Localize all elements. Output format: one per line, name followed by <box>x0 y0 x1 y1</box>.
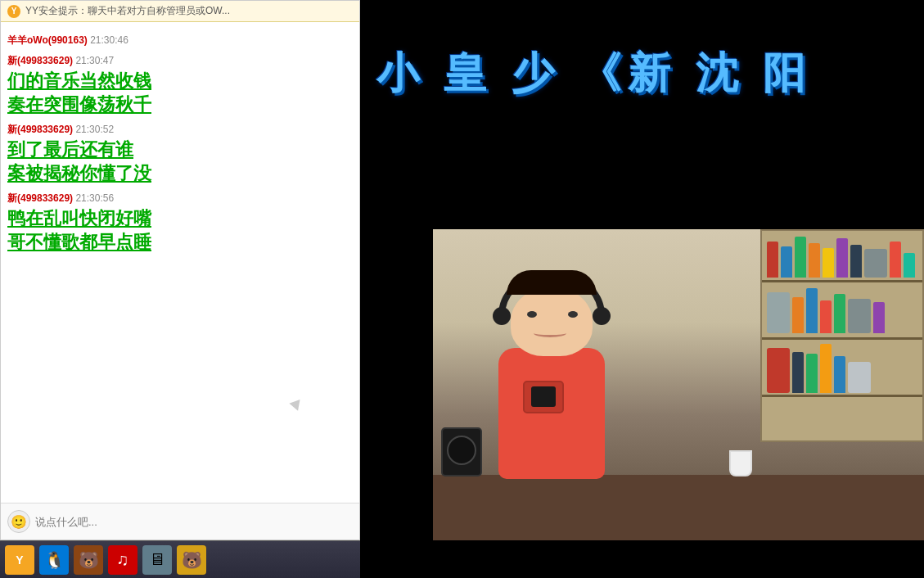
qq-taskbar-icon[interactable]: 🐧 <box>39 545 69 575</box>
chat-line-3b: 案被揭秘你懂了没 <box>7 162 353 186</box>
book-8 <box>890 242 901 278</box>
chat-line-3a: 到了最后还有谁 <box>7 138 353 162</box>
music-label: ♫ <box>117 550 129 569</box>
book-12 <box>820 300 832 333</box>
shelf-items-2 <box>765 287 886 335</box>
speaker-cone <box>447 436 476 465</box>
book-11 <box>806 288 818 333</box>
chat-panel: Y YY安全提示：聊天中若对方自称管理员或OW... 羊羊oWo(990163)… <box>0 0 360 540</box>
shelf-row-1 <box>762 280 922 282</box>
storage-taskbar-icon[interactable]: 🖥 <box>142 545 172 575</box>
bookshelf <box>760 229 924 442</box>
book-1 <box>767 242 778 278</box>
username-3: 新(499833629) <box>7 124 73 135</box>
book-6 <box>836 238 848 278</box>
hoodie-logo <box>523 381 564 413</box>
shelf-items-1 <box>765 235 917 279</box>
bear-taskbar-icon-2[interactable]: 🐻 <box>177 545 206 575</box>
qq-label: 🐧 <box>44 550 65 570</box>
emoji-button[interactable]: 🙂 <box>7 510 30 533</box>
chat-line-2b: 奏在突围像荡秋千 <box>7 93 353 117</box>
timestamp-1: 21:30:46 <box>90 34 128 46</box>
book-13 <box>834 294 845 333</box>
timestamp-4: 21:30:56 <box>75 192 114 204</box>
headphone-left <box>493 307 511 325</box>
yy-security-icon: Y <box>7 5 20 18</box>
logo-graphic <box>531 386 556 407</box>
book-4 <box>809 243 820 278</box>
chat-meta-1: 羊羊oWo(990163) 21:30:46 <box>7 34 353 47</box>
mug <box>729 450 752 476</box>
chat-line-4a: 鸭在乱叫快闭好嘴 <box>7 207 353 231</box>
music-taskbar-icon[interactable]: ♫ <box>108 545 137 575</box>
hair <box>507 270 597 295</box>
bear-taskbar-icon-1[interactable]: 🐻 <box>74 545 103 575</box>
book-15 <box>792 352 804 393</box>
box-1 <box>864 249 887 278</box>
username-4: 新(499833629) <box>7 192 73 204</box>
yy-taskbar-icon[interactable]: Y <box>5 545 34 575</box>
timestamp-3: 21:30:52 <box>75 124 114 135</box>
room-background <box>433 229 924 540</box>
shelf-items-3 <box>765 342 872 395</box>
book-5 <box>823 248 834 278</box>
book-14 <box>873 302 885 333</box>
book-18 <box>834 356 845 393</box>
security-bar: Y YY安全提示：聊天中若对方自称管理员或OW... <box>1 1 359 22</box>
username-1: 羊羊oWo(990163) <box>7 34 88 46</box>
chat-line-2a: 们的音乐当然收钱 <box>7 70 353 93</box>
book-10 <box>792 297 804 333</box>
mouth <box>534 329 566 337</box>
username-2: 新(499833629) <box>7 55 73 66</box>
book-9 <box>904 253 915 278</box>
book-16 <box>806 354 818 393</box>
bear-label-2: 🐻 <box>182 550 202 570</box>
security-text: YY安全提示：聊天中若对方自称管理员或OW... <box>25 4 230 18</box>
book-7 <box>850 245 862 278</box>
book-2 <box>781 246 792 278</box>
stream-title: 小 皇 少 《新 沈 阳 <box>376 45 812 102</box>
streamer-figure <box>482 299 629 479</box>
streamer-body <box>498 348 605 479</box>
desk <box>433 475 924 540</box>
chat-meta-2: 新(499833629) 21:30:47 <box>7 54 353 68</box>
box-3 <box>848 299 871 333</box>
taskbar: Y 🐧 🐻 ♫ 🖥 🐻 <box>0 540 360 578</box>
chat-input[interactable] <box>35 516 353 528</box>
speaker <box>441 427 482 476</box>
storage-label: 🖥 <box>149 550 165 569</box>
bottom-bar-right <box>360 540 924 578</box>
box-5 <box>848 362 871 393</box>
chat-messages: 羊羊oWo(990163) 21:30:46 新(499833629) 21:3… <box>1 22 359 503</box>
chat-input-area[interactable]: 🙂 <box>1 503 359 540</box>
bear-label-1: 🐻 <box>79 550 99 570</box>
yy-label: Y <box>16 553 23 567</box>
chat-meta-4: 新(499833629) 21:30:56 <box>7 192 353 205</box>
webcam-feed <box>433 229 924 540</box>
chat-line-4b: 哥不懂歌都早点睡 <box>7 231 353 255</box>
shelf-row-2 <box>762 337 922 340</box>
box-4 <box>767 348 790 393</box>
chat-meta-3: 新(499833629) 21:30:52 <box>7 123 353 137</box>
timestamp-2: 21:30:47 <box>75 55 114 66</box>
book-17 <box>820 344 832 393</box>
shelf-row-3 <box>762 395 922 397</box>
headphone-right <box>593 307 611 325</box>
book-3 <box>795 237 806 278</box>
box-2 <box>767 292 790 333</box>
